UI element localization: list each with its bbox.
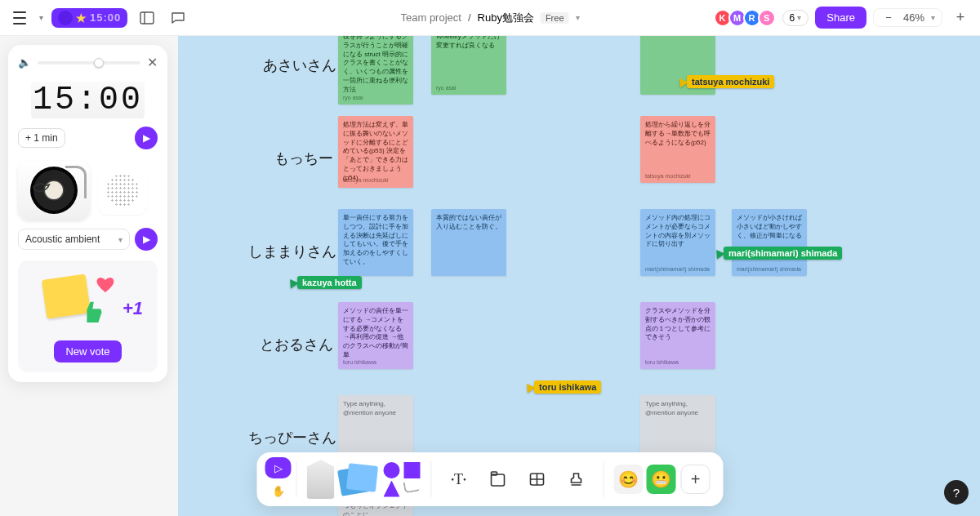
sticky-note[interactable]: 役を持つようにするクラスが行うことが明確になる struct 明示的にクラスを書… [338,28,413,105]
sticky-note[interactable]: 本質的ではない責任が入り込むことを防ぐ。 [431,209,506,276]
avatar[interactable]: S [758,9,776,27]
zoom-out-button[interactable]: − [880,11,897,24]
timer-logo-icon [58,11,73,25]
track-play-button[interactable]: ▶ [135,228,158,251]
presence-avatars[interactable]: K M R S [717,9,776,27]
row-label: あさいさん [263,56,336,75]
timer-badge[interactable]: ★ 15:00 [51,8,127,28]
bottom-toolbar: ▷ ✋ •T• 😊 😬 + [257,452,724,506]
plan-badge[interactable]: Free [541,12,569,24]
sticky-tool[interactable] [340,463,379,496]
timer-display: 15:00 [18,82,158,118]
add-tool-button[interactable]: + [681,465,710,494]
file-name[interactable]: Ruby勉強会 [478,11,534,25]
table-tool[interactable] [520,462,555,496]
remote-cursor: kazuya hotta [287,276,362,289]
svg-rect-3 [492,474,505,486]
new-vote-button[interactable]: New vote [54,340,121,363]
bird-icon [29,172,54,197]
row-label: しままりさん [248,242,336,261]
pencil-tool[interactable] [307,460,335,499]
plus-one-icon: +1 [122,298,143,319]
svg-point-2 [38,183,39,185]
remote-cursor: toru ishikawa [524,380,601,394]
track-select[interactable]: Acoustic ambient ▾ [18,229,130,250]
tonearm-icon [65,166,87,198]
canvas[interactable]: あさいさん もっちー しままりさん とおるさん ちっぴーさん 役を持つようにする… [178,28,980,516]
row-label: もっちー [274,149,333,168]
top-bar: ▾ ★ 15:00 Team project / Ruby勉強会 Free ▾ … [0,0,980,36]
volume-icon[interactable]: 🔈 [18,56,31,69]
timer-badge-time: 15:00 [90,11,121,24]
help-button[interactable]: ? [944,480,969,505]
record-player[interactable] [18,161,90,220]
star-icon: ★ [76,11,87,24]
sticky-note[interactable]: 処理から繰り返しを分離する→単数形でも呼べるようになる(p52) tatsuya… [640,116,715,183]
zoom-control: − 46% ▾ [873,8,942,27]
row-label: とおるさん [260,335,333,354]
row-label: ちっぴーさん [248,428,336,447]
speaker-icon[interactable] [98,166,147,215]
comment-icon[interactable] [167,7,189,29]
breadcrumb-sep: / [468,11,471,24]
sticky-note[interactable]: メソッドが小さければ小さいほど動かしやすく、修正が簡単になる mari(shim… [732,209,807,276]
volume-thumb[interactable] [94,58,104,68]
presence-count[interactable]: 6 ▾ [782,10,809,26]
hand-tool[interactable]: ✋ [265,480,292,501]
select-tool[interactable]: ▷ [265,457,292,478]
chevron-down-icon: ▾ [797,13,801,22]
breadcrumb: Team project / Ruby勉強会 Free ▾ [400,11,579,25]
music-player [18,161,158,220]
close-icon[interactable]: ✕ [147,55,158,70]
sticker-packs[interactable]: 😊 😬 [614,465,676,494]
project-name[interactable]: Team project [400,11,461,24]
chevron-down-icon[interactable]: ▾ [39,13,43,22]
main-menu-button[interactable] [8,7,31,29]
svg-rect-4 [492,472,497,475]
volume-slider[interactable] [38,61,140,64]
svg-rect-0 [140,12,154,24]
heart-icon [96,275,117,296]
share-button[interactable]: Share [815,7,866,29]
add-minute-button[interactable]: + 1 min [18,128,65,148]
topbar-right: K M R S 6 ▾ Share − 46% ▾ + [717,7,972,29]
shape-tool[interactable] [384,462,421,497]
remote-cursor: tatsuya mochizuki [677,75,774,88]
chevron-down-icon: ▾ [118,235,122,244]
zoom-value[interactable]: 46% [903,11,924,24]
topbar-left: ▾ ★ 15:00 [8,7,189,29]
sticky-note[interactable]: 単一責任にする努力をしつつ、設計に手を加える決断は先延ばしにしてもいい。後で手を… [338,209,413,276]
sticker-pack-2[interactable]: 😬 [647,465,676,494]
play-button[interactable]: ▶ [135,127,158,149]
sticky-note[interactable]: メソッドの責任を単一にする →コメントをする必要がなくなる →再利用の促進 →他… [338,302,413,369]
sticky-note-icon [42,274,91,318]
remote-cursor: mari(shimamari) shimada [714,247,842,260]
chevron-down-icon[interactable]: ▾ [931,13,935,22]
vote-widget: +1 New vote [18,260,158,372]
text-tool[interactable]: •T• [442,462,476,496]
sticker-pack-1[interactable]: 😊 [614,465,644,494]
zoom-in-button[interactable]: + [949,7,972,29]
sticky-note[interactable]: 処理方法は変えず、単に振る舞いのないメソッドに分離するにとどめている(p53) … [338,116,413,188]
timer-panel: 🔈 ✕ 15:00 + 1 min ▶ Acoustic ambient ▾ ▶… [8,45,167,382]
sticky-note[interactable]: クラスやメソッドを分割するべきか否かの観点の１つとして参考にできそう toru … [640,302,715,369]
sticky-note[interactable]: Wheelifyメソッドだけ変更すれば良くなる ryo asai [431,28,506,95]
mode-switch: ▷ ✋ [265,457,292,501]
layout-icon[interactable] [136,7,158,29]
section-tool[interactable] [481,462,515,496]
sticker-preview: +1 [28,270,148,336]
file-chevron-icon[interactable]: ▾ [576,13,580,22]
sticky-note[interactable]: メソッド内の処理にコメントが必要ならコメントの内容を別メソッドに切り出す mar… [640,209,715,276]
stamp-tool[interactable] [559,462,594,496]
